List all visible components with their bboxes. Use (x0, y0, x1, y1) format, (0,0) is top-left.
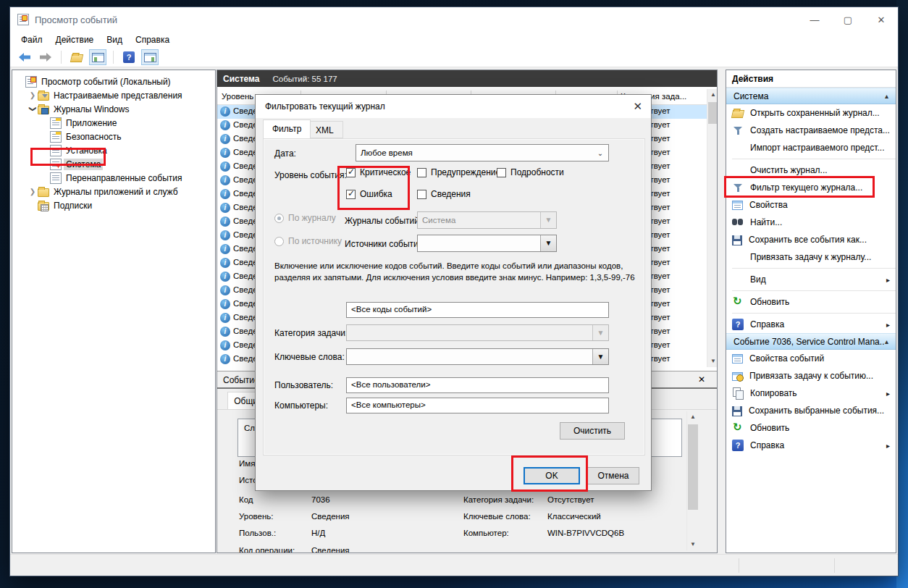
action-item[interactable]: Найти... (726, 214, 896, 231)
maximize-button[interactable]: ▢ (831, 7, 865, 32)
action-item-label: Свойства (749, 200, 788, 210)
back-arrow-icon (18, 52, 31, 62)
action-item[interactable]: Свойства событий (726, 350, 896, 367)
checkbox-verbose[interactable]: Подробности (497, 167, 564, 177)
log-plain-icon (50, 145, 62, 156)
checkbox-warning[interactable]: Предупреждение (417, 167, 500, 177)
tree-item-security[interactable]: Безопасность (12, 130, 215, 143)
scroll-down-icon[interactable]: ▼ (687, 539, 699, 550)
radio-by-log[interactable]: По журналу (274, 213, 336, 223)
tree-item-custom-views[interactable]: ❯Настраиваемые представления (12, 88, 215, 102)
radio-icon[interactable] (274, 237, 284, 246)
chevron-down-icon: ▼ (592, 349, 608, 364)
checkbox-icon[interactable] (417, 190, 426, 199)
tree-item-system[interactable]: Система (12, 157, 215, 171)
collapse-chevron-icon[interactable]: ▴ (885, 337, 888, 345)
user-input[interactable]: <Все пользователи> (346, 377, 609, 393)
close-button[interactable]: ✕ (865, 7, 898, 32)
chevron-right-icon[interactable]: ❯ (28, 91, 38, 99)
action-item[interactable]: Привязать задачу к событию... (726, 367, 896, 385)
forward-button[interactable] (37, 49, 54, 65)
separator (732, 290, 896, 291)
radio-icon[interactable] (274, 214, 284, 223)
checkbox-icon[interactable] (346, 190, 356, 199)
tree-item-forwarded[interactable]: Перенаправленные события (12, 171, 215, 185)
event-ids-description: Включение или исключение кодов событий. … (274, 260, 642, 283)
column-level[interactable]: Уровень (222, 92, 253, 101)
action-item[interactable]: Очистить журнал... (726, 161, 896, 179)
keywords-dropdown[interactable]: ▼ (346, 348, 609, 365)
action-item[interactable]: Свойства (726, 196, 896, 214)
action-item[interactable]: Обновить (726, 419, 896, 437)
date-label: Дата: (274, 148, 296, 159)
tree-item-windows-logs[interactable]: ❯Журналы Windows (12, 102, 215, 116)
action-item[interactable]: Справка▸ (726, 316, 896, 333)
open-saved-log-button[interactable] (68, 49, 85, 65)
menu-item-2[interactable]: Вид (100, 32, 129, 48)
action-item[interactable]: Обновить (726, 293, 896, 311)
checkbox-information[interactable]: Сведения (417, 189, 471, 199)
action-item[interactable]: Привязать задачу к журналу... (726, 248, 896, 266)
action-item[interactable]: Справка▸ (726, 437, 896, 454)
tree-item-setup[interactable]: Установка (12, 143, 215, 157)
action-item[interactable]: Сохранить все события как... (726, 231, 896, 248)
title-bar[interactable]: Просмотр событий — ▢ ✕ (10, 7, 898, 32)
dialog-close-icon[interactable]: ✕ (633, 100, 642, 113)
radio-by-source[interactable]: По источнику (274, 236, 342, 246)
information-icon: i (220, 134, 230, 144)
clear-button[interactable]: Очистить (560, 422, 625, 440)
chevron-down-icon[interactable]: ❯ (29, 104, 37, 114)
tab-filter[interactable]: Фильтр (263, 119, 311, 138)
folder-icon (38, 188, 49, 197)
checkbox-icon[interactable] (346, 168, 356, 177)
action-item[interactable]: Открыть сохраненный журнал... (726, 104, 896, 122)
preview-scrollbar[interactable]: ▲ ▼ (686, 411, 698, 550)
scroll-down-icon[interactable]: ▼ (707, 356, 718, 367)
checkbox-error[interactable]: Ошибка (346, 189, 392, 199)
event-list-scrollbar[interactable]: ▲ ▼ (707, 89, 718, 367)
action-item[interactable]: Создать настраиваемое предста... (726, 122, 896, 139)
scroll-up-icon[interactable]: ▲ (687, 411, 699, 423)
action-item[interactable]: Вид▸ (726, 271, 896, 288)
collapse-chevron-icon[interactable]: ▴ (885, 92, 888, 100)
information-icon: i (220, 272, 230, 282)
action-item[interactable]: Фильтр текущего журнала... (726, 179, 896, 196)
scrollbar-thumb[interactable] (688, 424, 698, 510)
computers-input[interactable]: <Все компьютеры> (346, 398, 609, 413)
checkbox-critical[interactable]: Критическое (346, 167, 411, 177)
action-section-header-0[interactable]: Система▴ (726, 88, 896, 104)
action-section-header-1[interactable]: Событие 7036, Service Control Mana...▴ (726, 333, 896, 350)
back-button[interactable] (16, 49, 33, 65)
logged-time-dropdown[interactable]: Любое время ⌄ (356, 144, 609, 161)
desktop: Просмотр событий — ▢ ✕ ФайлДействиеВидСп… (0, 0, 908, 588)
menu-item-0[interactable]: Файл (14, 32, 49, 48)
dialog-title-bar[interactable]: Фильтровать текущий журнал ✕ (256, 95, 651, 118)
scrollbar-thumb[interactable] (708, 102, 718, 124)
tree-item-apps-services[interactable]: ❯Журналы приложений и служб (12, 185, 215, 198)
show-console-tree-button[interactable] (89, 49, 106, 65)
preview-close-icon[interactable]: ✕ (698, 374, 705, 385)
action-item[interactable]: Импорт настраиваемого предст... (726, 139, 896, 156)
minimize-button[interactable]: — (798, 7, 831, 32)
event-sources-dropdown[interactable]: ▼ (417, 235, 557, 252)
separator (732, 268, 896, 269)
chevron-right-icon[interactable]: ❯ (28, 188, 38, 196)
scroll-up-icon[interactable]: ▲ (707, 89, 718, 101)
information-icon: i (220, 354, 230, 364)
cancel-button[interactable]: Отмена (587, 467, 639, 484)
show-action-pane-button[interactable] (141, 49, 159, 65)
tab-xml[interactable]: XML (306, 121, 343, 138)
menu-item-3[interactable]: Справка (129, 32, 176, 48)
help-button[interactable] (120, 49, 138, 65)
tree-item-root[interactable]: Просмотр событий (Локальный) (12, 75, 215, 88)
menu-item-1[interactable]: Действие (49, 32, 101, 48)
action-item[interactable]: Копировать▸ (726, 385, 896, 402)
event-ids-input[interactable]: <Все коды событий> (346, 302, 609, 318)
checkbox-icon[interactable] (417, 168, 426, 177)
tree-item-subscriptions[interactable]: Подписки (12, 198, 215, 212)
action-item[interactable]: Сохранить выбранные события... (726, 402, 896, 419)
ok-button[interactable]: OK (524, 467, 580, 484)
tree-item-application[interactable]: Приложение (12, 116, 215, 130)
checkbox-icon[interactable] (497, 168, 506, 177)
detail-value: Классический (547, 512, 601, 521)
